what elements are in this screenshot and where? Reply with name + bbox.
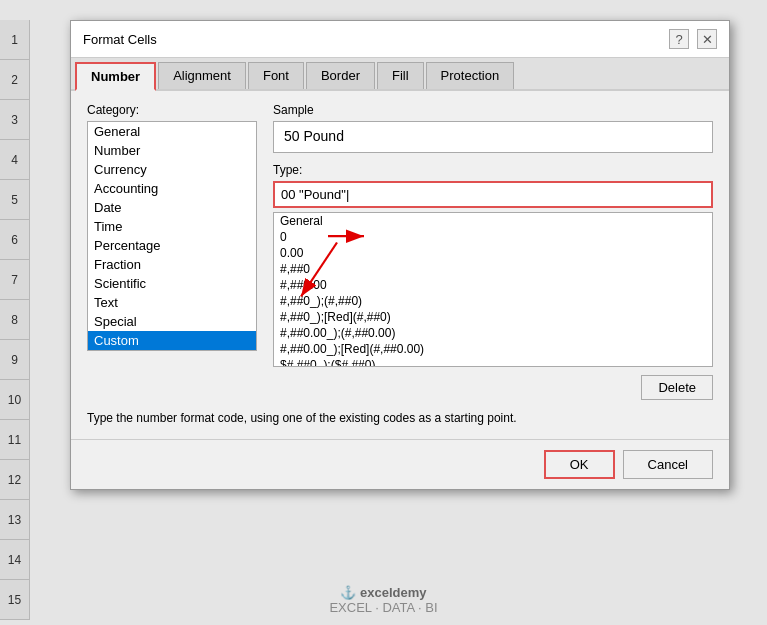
close-button[interactable]: ✕ [697, 29, 717, 49]
category-time[interactable]: Time [88, 217, 256, 236]
category-accounting[interactable]: Accounting [88, 179, 256, 198]
sample-section: Sample 50 Pound [273, 103, 713, 153]
type-label: Type: [273, 163, 713, 177]
category-label: Category: [87, 103, 257, 117]
category-custom[interactable]: Custom [88, 331, 256, 350]
type-item-neg2[interactable]: #,##0.00_);(#,##0.00) [274, 325, 712, 341]
type-item-neg1[interactable]: #,##0_);(#,##0) [274, 293, 712, 309]
category-date[interactable]: Date [88, 198, 256, 217]
category-number[interactable]: Number [88, 141, 256, 160]
type-item-0[interactable]: 0 [274, 229, 712, 245]
type-input[interactable] [273, 181, 713, 208]
hint-text: Type the number format code, using one o… [87, 410, 713, 427]
category-text[interactable]: Text [88, 293, 256, 312]
format-cells-dialog: Format Cells ? ✕ Number Alignment Font B… [70, 20, 730, 490]
type-item-neg-red2[interactable]: #,##0.00_);[Red](#,##0.00) [274, 341, 712, 357]
delete-btn-row: Delete [273, 375, 713, 400]
tab-font[interactable]: Font [248, 62, 304, 89]
tabs-bar: Number Alignment Font Border Fill Protec… [71, 58, 729, 91]
type-item-general[interactable]: General [274, 213, 712, 229]
dialog-body: Category: General Number Currency Accoun… [71, 91, 729, 439]
dialog-titlebar: Format Cells ? ✕ [71, 21, 729, 58]
type-item-neg-red1[interactable]: #,##0_);[Red](#,##0) [274, 309, 712, 325]
help-button[interactable]: ? [669, 29, 689, 49]
category-scientific[interactable]: Scientific [88, 274, 256, 293]
right-panel: Sample 50 Pound Type: General 0 0.00 #,#… [273, 103, 713, 400]
sample-label: Sample [273, 103, 713, 117]
dialog-title: Format Cells [83, 32, 157, 47]
category-general[interactable]: General [88, 122, 256, 141]
left-panel: Category: General Number Currency Accoun… [87, 103, 257, 400]
dialog-footer: OK Cancel [71, 439, 729, 489]
tab-protection[interactable]: Protection [426, 62, 515, 89]
main-content: Category: General Number Currency Accoun… [87, 103, 713, 400]
tab-fill[interactable]: Fill [377, 62, 424, 89]
type-item-dollar1[interactable]: $#,##0_);($#,##0) [274, 357, 712, 367]
category-percentage[interactable]: Percentage [88, 236, 256, 255]
type-item-0.00[interactable]: 0.00 [274, 245, 712, 261]
ok-button[interactable]: OK [544, 450, 615, 479]
type-item-hash0.00[interactable]: #,##0.00 [274, 277, 712, 293]
type-item-hash0[interactable]: #,##0 [274, 261, 712, 277]
tab-number[interactable]: Number [75, 62, 156, 91]
tab-alignment[interactable]: Alignment [158, 62, 246, 89]
cancel-button[interactable]: Cancel [623, 450, 713, 479]
category-fraction[interactable]: Fraction [88, 255, 256, 274]
dialog-controls: ? ✕ [669, 29, 717, 49]
type-list[interactable]: General 0 0.00 #,##0 #,##0.00 #,##0_);(#… [273, 212, 713, 367]
category-list[interactable]: General Number Currency Accounting Date … [87, 121, 257, 351]
category-special[interactable]: Special [88, 312, 256, 331]
delete-button[interactable]: Delete [641, 375, 713, 400]
sample-value: 50 Pound [273, 121, 713, 153]
tab-border[interactable]: Border [306, 62, 375, 89]
category-currency[interactable]: Currency [88, 160, 256, 179]
